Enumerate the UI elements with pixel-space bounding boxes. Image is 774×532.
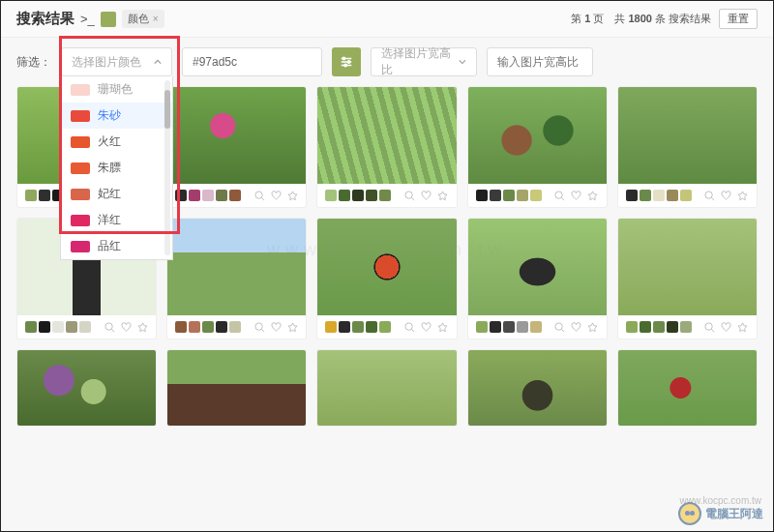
swatch[interactable] bbox=[202, 190, 214, 201]
swatch[interactable] bbox=[366, 321, 377, 333]
swatch[interactable] bbox=[79, 321, 91, 333]
swatch[interactable] bbox=[680, 321, 692, 333]
swatch[interactable] bbox=[530, 321, 542, 333]
star-icon[interactable] bbox=[286, 190, 298, 201]
color-option[interactable]: 朱砂 bbox=[61, 103, 172, 129]
filter-tag-chip[interactable]: 颜色 × bbox=[122, 10, 164, 28]
swatch[interactable] bbox=[339, 190, 350, 201]
thumbnail[interactable] bbox=[618, 87, 757, 184]
heart-icon[interactable] bbox=[270, 190, 282, 201]
color-option[interactable]: 妃红 bbox=[61, 181, 172, 207]
color-option[interactable]: 珊瑚色 bbox=[61, 76, 172, 103]
swatch[interactable] bbox=[189, 190, 200, 201]
swatch[interactable] bbox=[325, 190, 337, 201]
aspect-ratio-input[interactable] bbox=[487, 47, 593, 76]
result-card[interactable] bbox=[617, 218, 758, 340]
search-icon[interactable] bbox=[404, 190, 416, 201]
swatch[interactable] bbox=[189, 321, 200, 333]
heart-icon[interactable] bbox=[421, 190, 432, 201]
color-option[interactable]: 朱膘 bbox=[61, 155, 172, 181]
swatch[interactable] bbox=[530, 190, 542, 201]
star-icon[interactable] bbox=[286, 321, 298, 333]
aspect-ratio-select[interactable]: 选择图片宽高比 bbox=[371, 47, 477, 76]
swatch[interactable] bbox=[503, 190, 515, 201]
thumbnail[interactable] bbox=[468, 219, 607, 315]
swatch[interactable] bbox=[325, 321, 337, 333]
search-icon[interactable] bbox=[404, 321, 416, 333]
swatch[interactable] bbox=[352, 321, 364, 333]
swatch[interactable] bbox=[25, 190, 37, 201]
swatch[interactable] bbox=[379, 321, 391, 333]
swatch[interactable] bbox=[476, 190, 488, 201]
thumbnail[interactable] bbox=[317, 87, 456, 184]
thumbnail[interactable] bbox=[167, 219, 306, 315]
close-icon[interactable]: × bbox=[153, 14, 159, 24]
swatch[interactable] bbox=[366, 190, 377, 201]
swatch[interactable] bbox=[352, 190, 364, 201]
star-icon[interactable] bbox=[737, 321, 749, 333]
thumbnail[interactable] bbox=[467, 349, 608, 427]
swatch[interactable] bbox=[216, 190, 227, 201]
heart-icon[interactable] bbox=[120, 321, 132, 333]
thumbnail[interactable] bbox=[618, 219, 757, 315]
heart-icon[interactable] bbox=[571, 321, 582, 333]
result-card[interactable] bbox=[316, 86, 457, 208]
result-card[interactable] bbox=[316, 218, 457, 340]
thumbnail[interactable] bbox=[16, 349, 157, 427]
search-icon[interactable] bbox=[253, 321, 265, 333]
result-card[interactable] bbox=[166, 218, 307, 340]
swatch[interactable] bbox=[503, 321, 515, 333]
search-icon[interactable] bbox=[704, 321, 716, 333]
color-option[interactable]: 洋红 bbox=[61, 207, 172, 233]
swatch[interactable] bbox=[653, 321, 665, 333]
result-card[interactable] bbox=[617, 86, 758, 208]
heart-icon[interactable] bbox=[270, 321, 282, 333]
swatch[interactable] bbox=[216, 321, 227, 333]
swatch[interactable] bbox=[229, 321, 241, 333]
swatch[interactable] bbox=[476, 321, 488, 333]
swatch[interactable] bbox=[66, 321, 77, 333]
swatch[interactable] bbox=[653, 190, 665, 201]
color-dropdown[interactable]: 选择图片颜色 珊瑚色朱砂火红朱膘妃红洋红品红 bbox=[61, 47, 172, 76]
swatch[interactable] bbox=[640, 190, 651, 201]
swatch[interactable] bbox=[517, 190, 528, 201]
thumbnail[interactable] bbox=[468, 87, 607, 184]
swatch[interactable] bbox=[490, 321, 501, 333]
swatch[interactable] bbox=[517, 321, 528, 333]
result-card[interactable] bbox=[467, 218, 608, 340]
search-icon[interactable] bbox=[104, 321, 115, 333]
star-icon[interactable] bbox=[136, 321, 148, 333]
swatch[interactable] bbox=[626, 190, 638, 201]
result-card[interactable] bbox=[467, 86, 608, 208]
swatch[interactable] bbox=[680, 190, 692, 201]
swatch[interactable] bbox=[339, 321, 350, 333]
thumbnail[interactable] bbox=[316, 349, 457, 427]
filter-apply-button[interactable] bbox=[332, 47, 361, 76]
search-icon[interactable] bbox=[704, 190, 716, 201]
swatch[interactable] bbox=[52, 321, 64, 333]
star-icon[interactable] bbox=[587, 321, 599, 333]
color-option[interactable]: 火红 bbox=[61, 129, 172, 155]
swatch[interactable] bbox=[626, 321, 638, 333]
search-icon[interactable] bbox=[554, 190, 566, 201]
reset-button[interactable]: 重置 bbox=[719, 9, 758, 29]
result-card[interactable] bbox=[166, 86, 307, 208]
thumbnail[interactable] bbox=[617, 349, 758, 427]
swatch[interactable] bbox=[175, 321, 187, 333]
swatch[interactable] bbox=[490, 190, 501, 201]
swatch[interactable] bbox=[39, 321, 50, 333]
search-icon[interactable] bbox=[253, 190, 265, 201]
color-dropdown-button[interactable]: 选择图片颜色 bbox=[61, 47, 172, 76]
star-icon[interactable] bbox=[737, 190, 749, 201]
swatch[interactable] bbox=[25, 321, 37, 333]
swatch[interactable] bbox=[667, 321, 678, 333]
swatch[interactable] bbox=[229, 190, 241, 201]
search-icon[interactable] bbox=[554, 321, 566, 333]
star-icon[interactable] bbox=[587, 190, 599, 201]
heart-icon[interactable] bbox=[721, 321, 732, 333]
swatch[interactable] bbox=[175, 190, 187, 201]
thumbnail[interactable] bbox=[166, 349, 307, 427]
swatch[interactable] bbox=[667, 190, 678, 201]
swatch[interactable] bbox=[640, 321, 651, 333]
swatch[interactable] bbox=[379, 190, 391, 201]
